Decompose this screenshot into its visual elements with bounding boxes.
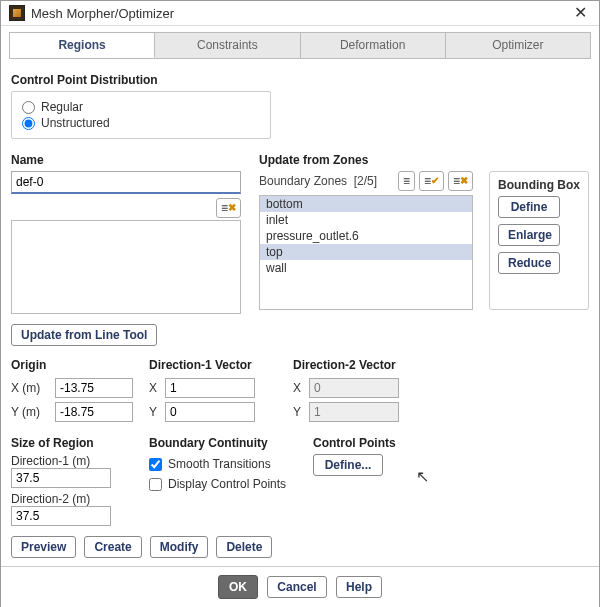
name-input[interactable] [11, 171, 241, 194]
radio-unstructured-label: Unstructured [41, 116, 110, 130]
boundary-zones-list[interactable]: bottom inlet pressure_outlet.6 top wall [259, 195, 473, 310]
create-button[interactable]: Create [84, 536, 141, 558]
origin-y-input[interactable] [55, 402, 133, 422]
size-d1-label: Direction-1 (m) [11, 454, 135, 468]
dir2-heading: Direction-2 Vector [293, 358, 423, 372]
names-list[interactable] [11, 220, 241, 314]
size-d2-input[interactable] [11, 506, 111, 526]
window-title: Mesh Morpher/Optimizer [31, 6, 174, 21]
dir1-x-label: X [149, 381, 161, 395]
origin-x-label: X (m) [11, 381, 51, 395]
size-d1-input[interactable] [11, 468, 111, 488]
zone-item[interactable]: bottom [260, 196, 472, 212]
cancel-button[interactable]: Cancel [267, 576, 326, 598]
zone-item[interactable]: pressure_outlet.6 [260, 228, 472, 244]
name-list-clear-icon[interactable]: ✖ [216, 198, 241, 218]
origin-x-input[interactable] [55, 378, 133, 398]
app-icon [9, 5, 25, 21]
dir2-x-label: X [293, 381, 305, 395]
delete-button[interactable]: Delete [216, 536, 272, 558]
dir1-x-input[interactable] [165, 378, 255, 398]
display-control-points-label: Display Control Points [168, 477, 286, 491]
tab-optimizer[interactable]: Optimizer [446, 33, 590, 58]
boundary-zones-label: Boundary Zones [2/5] [259, 174, 392, 188]
dir1-heading: Direction-1 Vector [149, 358, 279, 372]
zone-deselect-all-icon[interactable]: ✖ [448, 171, 473, 191]
zone-select-all-icon[interactable]: ✔ [419, 171, 444, 191]
origin-y-label: Y (m) [11, 405, 51, 419]
help-button[interactable]: Help [336, 576, 382, 598]
titlebar: Mesh Morpher/Optimizer ✕ [1, 1, 599, 26]
tab-constraints[interactable]: Constraints [155, 33, 300, 58]
radio-unstructured[interactable] [22, 117, 35, 130]
size-d2-label: Direction-2 (m) [11, 492, 135, 506]
ok-button[interactable]: OK [218, 575, 258, 599]
display-control-points-checkbox[interactable] [149, 478, 162, 491]
update-from-line-tool-button[interactable]: Update from Line Tool [11, 324, 157, 346]
zone-item[interactable]: inlet [260, 212, 472, 228]
smooth-transitions-label: Smooth Transitions [168, 457, 271, 471]
dir2-y-label: Y [293, 405, 305, 419]
close-icon[interactable]: ✕ [570, 5, 591, 21]
tab-bar: Regions Constraints Deformation Optimize… [9, 32, 591, 59]
bb-enlarge-button[interactable]: Enlarge [498, 224, 560, 246]
zone-item[interactable]: wall [260, 260, 472, 276]
zone-filter-icon[interactable] [398, 171, 415, 191]
control-points-define-button[interactable]: Define... [313, 454, 383, 476]
tab-deformation[interactable]: Deformation [301, 33, 446, 58]
bc-heading: Boundary Continuity [149, 436, 299, 450]
size-heading: Size of Region [11, 436, 135, 450]
control-points-heading: Control Points [313, 436, 396, 450]
tab-regions[interactable]: Regions [10, 33, 155, 58]
radio-regular[interactable] [22, 101, 35, 114]
preview-button[interactable]: Preview [11, 536, 76, 558]
dir1-y-input[interactable] [165, 402, 255, 422]
smooth-transitions-checkbox[interactable] [149, 458, 162, 471]
bounding-box-heading: Bounding Box [498, 178, 580, 192]
bb-define-button[interactable]: Define [498, 196, 560, 218]
dir2-y-input [309, 402, 399, 422]
zone-item[interactable]: top [260, 244, 472, 260]
dir1-y-label: Y [149, 405, 161, 419]
dir2-x-input [309, 378, 399, 398]
bb-reduce-button[interactable]: Reduce [498, 252, 560, 274]
origin-heading: Origin [11, 358, 135, 372]
radio-regular-label: Regular [41, 100, 83, 114]
cpd-heading: Control Point Distribution [11, 73, 589, 87]
modify-button[interactable]: Modify [150, 536, 209, 558]
name-heading: Name [11, 153, 241, 167]
zones-heading: Update from Zones [259, 153, 589, 167]
